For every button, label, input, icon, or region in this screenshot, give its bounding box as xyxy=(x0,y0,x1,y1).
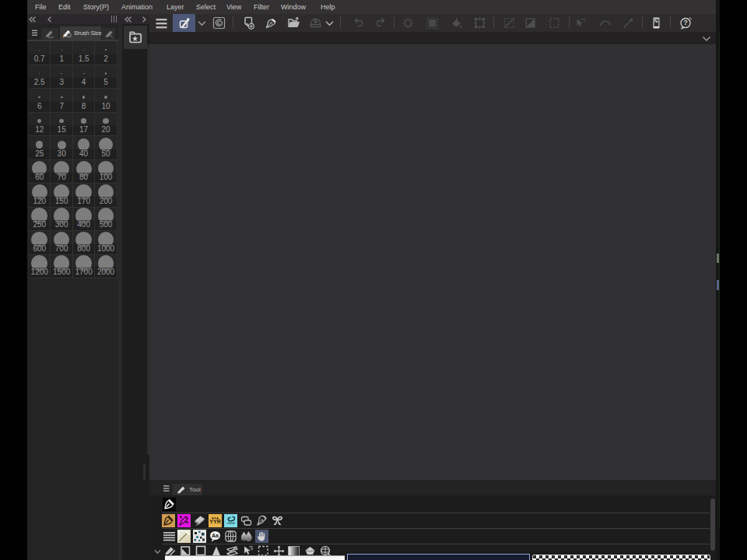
svg-text:YYR: YYR xyxy=(209,519,220,524)
svg-text:Aa: Aa xyxy=(212,533,219,538)
